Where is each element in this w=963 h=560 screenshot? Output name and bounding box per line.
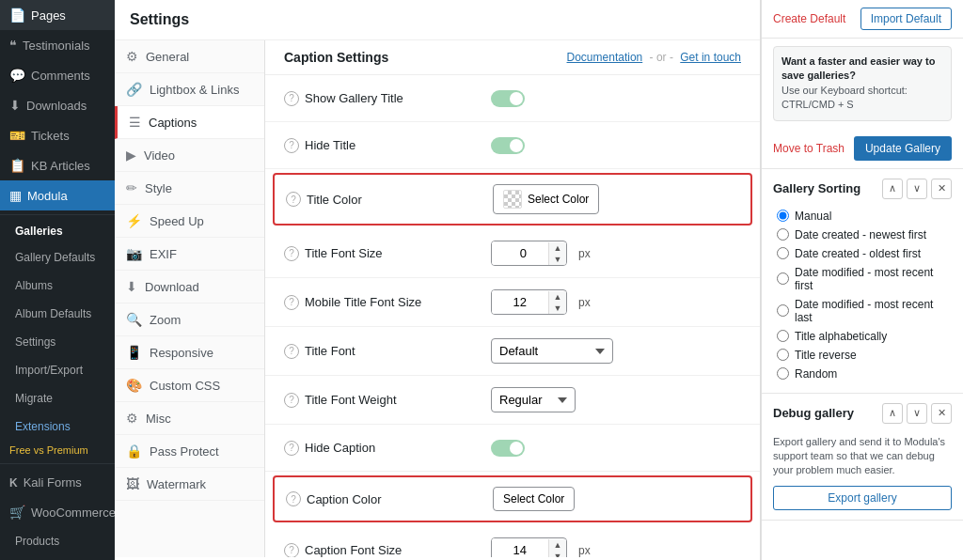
sort-radio-manual[interactable] — [777, 210, 789, 222]
title-font-select[interactable]: Default Arial Helvetica — [491, 338, 613, 364]
title-color-button[interactable]: Select Color — [493, 184, 599, 214]
title-font-weight-select[interactable]: Regular Bold Light — [491, 387, 576, 412]
sort-radio-random[interactable] — [777, 367, 789, 380]
hide-caption-toggle[interactable] — [491, 440, 525, 457]
sort-option-title-reverse[interactable]: Title reverse — [777, 346, 948, 365]
subnav-item-misc[interactable]: ⚙ Misc — [115, 402, 264, 435]
settings-top-bar-links: Documentation - or - Get in touch — [567, 51, 741, 64]
help-icon-mobile-title-font-size[interactable]: ? — [284, 295, 299, 310]
help-icon-caption-font-size[interactable]: ? — [284, 543, 299, 558]
sort-radio-title-alpha[interactable] — [777, 330, 789, 342]
sort-option-date-modified-recent[interactable]: Date modified - most recent first — [777, 263, 948, 295]
setting-label-title-font-weight: ? Title Font Weight — [284, 393, 491, 408]
setting-label-caption-font-size: ? Caption Font Size — [284, 543, 491, 558]
help-icon-caption-color[interactable]: ? — [286, 491, 301, 506]
sort-option-title-alpha[interactable]: Title alphabetically — [777, 327, 948, 346]
sort-radio-title-reverse[interactable] — [777, 349, 789, 361]
debug-gallery-close-btn[interactable]: ✕ — [931, 403, 952, 424]
watermark-icon: 🖼 — [126, 476, 139, 491]
mobile-title-font-size-up[interactable]: ▲ — [549, 291, 566, 303]
subnav-item-style[interactable]: ✏ Style — [115, 172, 264, 205]
sidebar-item-galleries[interactable]: Galleries — [0, 219, 115, 243]
mobile-title-font-size-down[interactable]: ▼ — [549, 303, 566, 314]
sidebar-item-free-premium[interactable]: Free vs Premium — [0, 441, 115, 459]
sidebar-item-album-defaults[interactable]: Album Defaults — [0, 300, 115, 328]
sidebar-item-gallery-defaults[interactable]: Gallery Defaults — [0, 243, 115, 272]
gallery-sorting-up-btn[interactable]: ∧ — [882, 179, 903, 199]
mobile-title-font-size-input[interactable] — [492, 290, 548, 314]
caption-color-button[interactable]: Select Color — [493, 487, 575, 511]
title-font-size-up[interactable]: ▲ — [549, 242, 566, 254]
sidebar-item-import-export[interactable]: Import/Export — [0, 356, 115, 384]
sort-option-random[interactable]: Random — [777, 365, 948, 383]
sidebar-item-pages[interactable]: 📄 Pages — [0, 0, 115, 30]
subnav-item-lightbox[interactable]: 🔗 Lightbox & Links — [115, 73, 264, 106]
help-icon-title-color[interactable]: ? — [286, 192, 301, 207]
gallery-sorting-down-btn[interactable]: ∨ — [907, 179, 927, 199]
caption-font-size-down[interactable]: ▼ — [549, 551, 566, 558]
sort-option-manual[interactable]: Manual — [777, 207, 948, 226]
subnav-item-zoom[interactable]: 🔍 Zoom — [115, 303, 264, 336]
gallery-sorting-section: Gallery Sorting ∧ ∨ ✕ Manual Date create… — [762, 169, 963, 394]
get-in-touch-link[interactable]: Get in touch — [680, 51, 741, 64]
sidebar-item-tickets[interactable]: 🎫 Tickets — [0, 120, 115, 150]
create-default-link[interactable]: Create Default — [773, 12, 845, 25]
hide-title-toggle[interactable] — [491, 137, 525, 154]
subnav-item-captions[interactable]: ☰ Captions — [115, 106, 264, 139]
sidebar-item-albums[interactable]: Albums — [0, 272, 115, 300]
documentation-link[interactable]: Documentation — [567, 51, 643, 64]
sidebar-item-kb-articles[interactable]: 📋 KB Articles — [0, 150, 115, 180]
subnav-item-custom-css[interactable]: 🎨 Custom CSS — [115, 369, 264, 402]
sidebar-item-settings[interactable]: Settings — [0, 328, 115, 356]
subnav-item-video[interactable]: ▶ Video — [115, 139, 264, 172]
title-font-size-spinners: ▲ ▼ — [548, 242, 566, 265]
sidebar-item-kali-forms[interactable]: K Kali Forms — [0, 468, 115, 497]
sidebar-item-woocommerce[interactable]: 🛒 WooCommerce — [0, 497, 115, 527]
sidebar-item-testimonials[interactable]: ❝ Testimonials — [0, 30, 115, 60]
or-text: - or - — [650, 51, 673, 64]
caption-font-size-input[interactable] — [492, 538, 548, 557]
subnav-item-general[interactable]: ⚙ General — [115, 40, 264, 73]
export-gallery-button[interactable]: Export gallery — [773, 486, 952, 510]
update-gallery-button[interactable]: Update Gallery — [854, 136, 952, 161]
setting-label-title-font: ? Title Font — [284, 344, 491, 359]
sort-radio-date-modified-last[interactable] — [777, 304, 789, 317]
subnav-item-watermark[interactable]: 🖼 Watermark — [115, 468, 264, 501]
sidebar-item-migrate[interactable]: Migrate — [0, 384, 115, 412]
sort-option-date-modified-last[interactable]: Date modified - most recent last — [777, 295, 948, 327]
help-icon-title-font-weight[interactable]: ? — [284, 393, 299, 408]
help-icon-show-gallery-title[interactable]: ? — [284, 91, 299, 106]
debug-gallery-up-btn[interactable]: ∧ — [882, 403, 903, 424]
help-icon-title-font[interactable]: ? — [284, 344, 299, 359]
sidebar-item-extensions[interactable]: Extensions — [0, 412, 115, 441]
help-icon-title-font-size[interactable]: ? — [284, 246, 299, 261]
caption-font-size-up[interactable]: ▲ — [549, 539, 566, 551]
title-font-size-down[interactable]: ▼ — [549, 254, 566, 265]
subnav-item-pass-protect[interactable]: 🔒 Pass Protect — [115, 435, 264, 468]
sidebar-item-modula[interactable]: ▦ Modula — [0, 180, 115, 210]
title-font-size-input[interactable] — [492, 241, 548, 265]
sort-option-date-newest[interactable]: Date created - newest first — [777, 226, 948, 244]
sidebar-item-analytics[interactable]: 📊 Analytics — [0, 555, 115, 560]
pass-protect-icon: 🔒 — [126, 443, 142, 459]
title-color-control: Select Color — [493, 184, 599, 214]
help-icon-hide-title[interactable]: ? — [284, 138, 299, 153]
sort-radio-date-modified-recent[interactable] — [777, 272, 789, 285]
sidebar-item-comments[interactable]: 💬 Comments — [0, 60, 115, 90]
video-icon: ▶ — [126, 148, 136, 163]
gallery-sorting-close-btn[interactable]: ✕ — [931, 179, 952, 199]
sidebar-item-downloads[interactable]: ⬇ Downloads — [0, 90, 115, 120]
help-icon-hide-caption[interactable]: ? — [284, 441, 299, 456]
sort-option-date-oldest[interactable]: Date created - oldest first — [777, 244, 948, 263]
sidebar-item-products[interactable]: Products — [0, 527, 115, 555]
sort-radio-date-newest[interactable] — [777, 228, 789, 241]
sort-radio-date-oldest[interactable] — [777, 247, 789, 259]
show-gallery-title-toggle[interactable] — [491, 90, 525, 107]
subnav-item-download[interactable]: ⬇ Download — [115, 271, 264, 303]
debug-gallery-down-btn[interactable]: ∨ — [907, 403, 927, 424]
import-default-button[interactable]: Import Default — [860, 8, 952, 30]
subnav-item-exif[interactable]: 📷 EXIF — [115, 238, 264, 271]
move-to-trash-link[interactable]: Move to Trash — [773, 142, 845, 155]
subnav-item-speed-up[interactable]: ⚡ Speed Up — [115, 205, 264, 238]
subnav-item-responsive[interactable]: 📱 Responsive — [115, 336, 264, 369]
